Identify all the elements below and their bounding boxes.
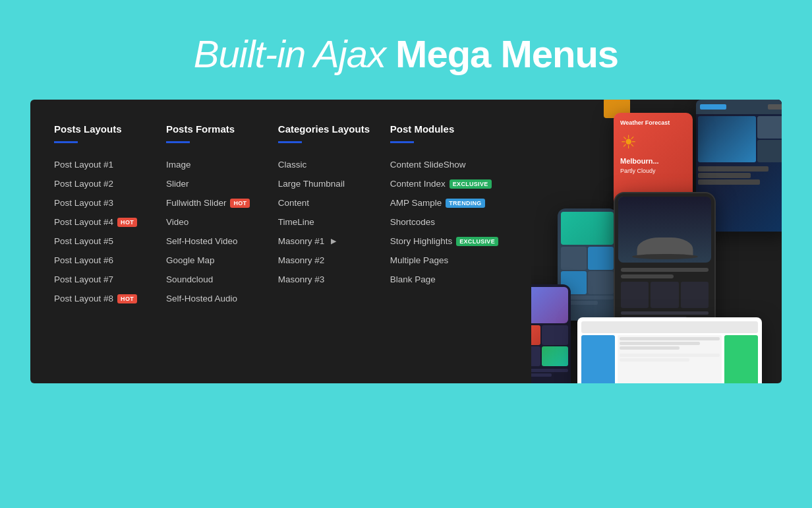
- list-item[interactable]: Masonry #1 ▶: [278, 232, 377, 251]
- list-item[interactable]: Post Layout #4 HOT: [54, 212, 153, 232]
- menu-col-post-modules: Post Modules Content SlideShow Content I…: [390, 123, 511, 360]
- list-item[interactable]: Content SlideShow: [390, 155, 498, 174]
- hero-title-regular: Built-in Ajax: [194, 32, 395, 75]
- city-name: Melbourn...: [620, 157, 686, 165]
- list-item[interactable]: Slider: [166, 174, 265, 193]
- list-item[interactable]: Masonry #2: [278, 251, 377, 270]
- website-content-row: [581, 335, 758, 383]
- list-item[interactable]: Self-Hosted Video: [166, 232, 265, 251]
- col-divider-posts-layouts: [54, 141, 78, 143]
- menu-columns: Posts Layouts Post Layout #1 Post Layout…: [30, 100, 531, 383]
- phone2-car-image: [618, 197, 711, 263]
- list-item[interactable]: Post Layout #8 HOT: [54, 289, 153, 308]
- list-item[interactable]: Blank Page: [390, 270, 498, 289]
- list-item[interactable]: Soundcloud: [166, 270, 265, 289]
- phone3-grid: [531, 325, 568, 366]
- badge-hot: HOT: [117, 218, 137, 227]
- list-item[interactable]: AMP Sample TRENDING: [390, 193, 498, 212]
- badge-hot: HOT: [230, 199, 250, 208]
- screenshots-area: Weather Forecast ☀ Melbourn... Partly Cl…: [531, 100, 782, 383]
- list-item[interactable]: Image: [166, 155, 265, 174]
- list-item[interactable]: Self-Hosted Audio: [166, 289, 265, 308]
- sun-icon: ☀: [620, 131, 686, 153]
- col-divider-categories-layouts: [278, 141, 302, 143]
- phone1-block2: [588, 247, 614, 270]
- list-item[interactable]: Content: [278, 193, 377, 212]
- col-divider-posts-formats: [166, 141, 190, 143]
- col-title-posts-formats: Posts Formats: [166, 123, 265, 135]
- mega-menu-container: Posts Layouts Post Layout #1 Post Layout…: [30, 100, 782, 383]
- list-item[interactable]: Video: [166, 212, 265, 232]
- phone1-block4: [588, 271, 614, 294]
- list-item[interactable]: Post Layout #3: [54, 193, 153, 212]
- badge-exclusive: EXCLUSIVE: [450, 179, 492, 189]
- badge-exclusive: EXCLUSIVE: [456, 237, 498, 246]
- badge-trending: TRENDING: [446, 199, 484, 208]
- device-mockups: Weather Forecast ☀ Melbourn... Partly Cl…: [531, 100, 782, 383]
- phone1-block1: [561, 247, 587, 270]
- list-item[interactable]: Large Thumbnail: [278, 174, 377, 193]
- col-title-categories-layouts: Categories Layouts: [278, 123, 377, 135]
- website-header: [581, 321, 758, 333]
- list-item[interactable]: TimeLine: [278, 212, 377, 232]
- hero-title: Built-in Ajax Mega Menus: [194, 32, 618, 76]
- phone3-header: [531, 287, 568, 323]
- list-item[interactable]: Fullwidth Slider HOT: [166, 193, 265, 212]
- list-item[interactable]: Masonry #3: [278, 270, 377, 289]
- col-title-post-modules: Post Modules: [390, 123, 498, 135]
- list-item[interactable]: Post Layout #1: [54, 155, 153, 174]
- list-item[interactable]: Shortcodes: [390, 212, 498, 232]
- list-item[interactable]: Google Map: [166, 251, 265, 270]
- badge-hot: HOT: [117, 294, 137, 303]
- list-item[interactable]: Post Layout #6: [54, 251, 153, 270]
- list-item[interactable]: Post Layout #5: [54, 232, 153, 251]
- list-item[interactable]: Content Index EXCLUSIVE: [390, 174, 498, 193]
- menu-col-posts-layouts: Posts Layouts Post Layout #1 Post Layout…: [54, 123, 166, 360]
- weather-title: Weather Forecast: [620, 119, 686, 126]
- device-website-mockup: [577, 317, 762, 383]
- phone2-content: [618, 265, 711, 323]
- list-item[interactable]: Story Highlights EXCLUSIVE: [390, 232, 498, 251]
- phone1-header-image: [561, 212, 614, 245]
- list-item[interactable]: Post Layout #7: [54, 270, 153, 289]
- menu-col-posts-formats: Posts Formats Image Slider Fullwidth Sli…: [166, 123, 278, 360]
- list-item[interactable]: Post Layout #2: [54, 174, 153, 193]
- list-item[interactable]: Classic: [278, 155, 377, 174]
- col-title-posts-layouts: Posts Layouts: [54, 123, 153, 135]
- col-divider-post-modules: [390, 141, 414, 143]
- submenu-arrow-icon: ▶: [331, 237, 336, 245]
- list-item[interactable]: Multiple Pages: [390, 251, 498, 270]
- menu-col-categories-layouts: Categories Layouts Classic Large Thumbna…: [278, 123, 390, 360]
- hero-title-bold: Mega Menus: [395, 32, 618, 75]
- device-phone3: [531, 284, 571, 383]
